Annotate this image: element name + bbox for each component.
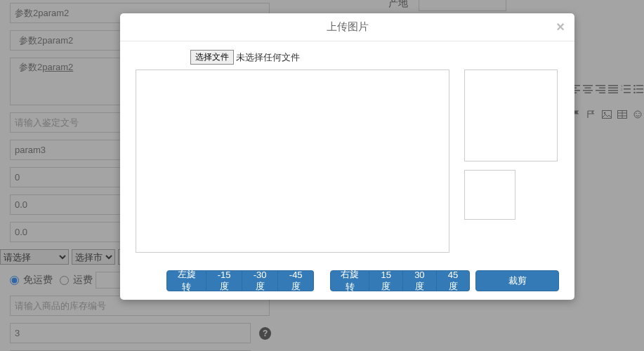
rotate-left-button[interactable]: 左旋转 (166, 270, 206, 291)
modal-header: 上传图片 × (120, 13, 574, 41)
crop-canvas[interactable] (136, 69, 449, 253)
rotate-right-button[interactable]: 右旋转 (330, 270, 369, 291)
modal-footer: 左旋转 -15度 -30度 -45度 右旋转 15度 30度 45度 裁剪 (120, 262, 574, 300)
modal-body: 选择文件 未选择任何文件 (120, 41, 574, 262)
choose-file-button[interactable]: 选择文件 (190, 50, 234, 65)
close-icon[interactable]: × (556, 20, 565, 34)
crop-button[interactable]: 裁剪 (475, 270, 559, 291)
rotate-m15-button[interactable]: -15度 (206, 270, 242, 291)
preview-large (464, 69, 558, 161)
rotate-m45-button[interactable]: -45度 (278, 270, 314, 291)
modal-title: 上传图片 (327, 20, 369, 34)
rotate-p45-button[interactable]: 45度 (437, 270, 471, 291)
rotate-p15-button[interactable]: 15度 (369, 270, 403, 291)
file-status-text: 未选择任何文件 (236, 51, 300, 64)
rotate-p30-button[interactable]: 30度 (403, 270, 437, 291)
rotate-right-group: 右旋转 15度 30度 45度 (330, 270, 470, 291)
rotate-m30-button[interactable]: -30度 (242, 270, 278, 291)
rotate-left-group: 左旋转 -15度 -30度 -45度 (166, 270, 314, 291)
preview-small (464, 170, 515, 220)
upload-image-modal: 上传图片 × 选择文件 未选择任何文件 左旋转 -15度 -30度 -45度 右… (120, 13, 574, 300)
